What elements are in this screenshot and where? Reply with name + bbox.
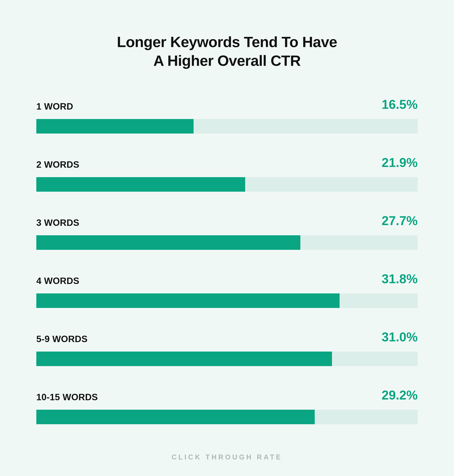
bar-row-head: 4 WORDS 31.8% — [36, 272, 418, 286]
bar-fill — [36, 352, 332, 366]
bar-category-label: 3 WORDS — [36, 217, 79, 228]
bar-row: 4 WORDS 31.8% — [36, 272, 418, 308]
bar-value-label: 31.8% — [382, 272, 418, 286]
bar-value-label: 21.9% — [382, 155, 418, 170]
bar-row-head: 10-15 WORDS 29.2% — [36, 388, 418, 402]
bar-rows: 1 WORD 16.5% 2 WORDS 21.9% 3 WORDS 27.7% — [36, 97, 418, 424]
bar-row-head: 3 WORDS 27.7% — [36, 214, 418, 228]
bar-row: 2 WORDS 21.9% — [36, 155, 418, 192]
bar-fill — [36, 410, 315, 424]
bar-fill — [36, 119, 194, 134]
bar-track — [36, 410, 418, 424]
bar-value-label: 29.2% — [382, 388, 418, 402]
bar-category-label: 4 WORDS — [36, 276, 79, 286]
x-axis-label: CLICK THROUGH RATE — [36, 453, 418, 461]
bar-track — [36, 352, 418, 366]
bar-row: 5-9 WORDS 31.0% — [36, 330, 418, 366]
bar-row: 1 WORD 16.5% — [36, 97, 418, 134]
bar-fill — [36, 235, 300, 250]
bar-row-head: 2 WORDS 21.9% — [36, 155, 418, 170]
chart-title: Longer Keywords Tend To HaveA Higher Ove… — [36, 33, 418, 70]
bar-track — [36, 235, 418, 250]
bar-fill — [36, 293, 340, 308]
bar-row: 10-15 WORDS 29.2% — [36, 388, 418, 424]
bar-track — [36, 119, 418, 134]
bar-row-head: 5-9 WORDS 31.0% — [36, 330, 418, 344]
ctr-bar-chart: Longer Keywords Tend To HaveA Higher Ove… — [0, 0, 454, 476]
bar-track — [36, 293, 418, 308]
bar-category-label: 2 WORDS — [36, 159, 79, 170]
bar-category-label: 1 WORD — [36, 101, 73, 112]
bar-category-label: 10-15 WORDS — [36, 392, 98, 402]
bar-category-label: 5-9 WORDS — [36, 334, 88, 344]
bar-value-label: 27.7% — [382, 214, 418, 228]
bar-row: 3 WORDS 27.7% — [36, 214, 418, 250]
bar-fill — [36, 177, 245, 192]
bar-track — [36, 177, 418, 192]
bar-value-label: 31.0% — [382, 330, 418, 344]
bar-value-label: 16.5% — [382, 97, 418, 112]
bar-row-head: 1 WORD 16.5% — [36, 97, 418, 112]
